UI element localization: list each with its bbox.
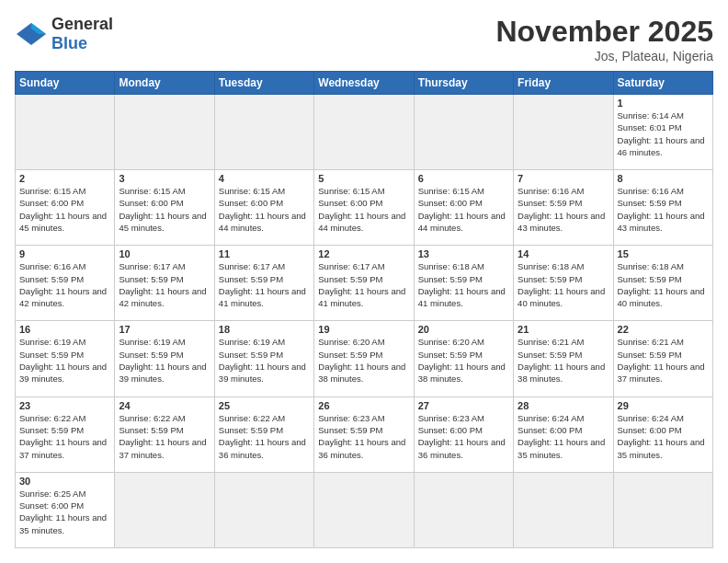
table-row: 17Sunrise: 6:19 AM Sunset: 5:59 PM Dayli… [115, 321, 214, 396]
table-row [514, 472, 613, 547]
day-info: Sunrise: 6:15 AM Sunset: 6:00 PM Dayligh… [119, 185, 210, 234]
location: Jos, Plateau, Nigeria [495, 49, 713, 63]
day-info: Sunrise: 6:16 AM Sunset: 5:59 PM Dayligh… [518, 185, 609, 234]
day-info: Sunrise: 6:15 AM Sunset: 6:00 PM Dayligh… [318, 185, 409, 234]
table-row: 7Sunrise: 6:16 AM Sunset: 5:59 PM Daylig… [514, 170, 613, 246]
page: General Blue November 2025 Jos, Plateau,… [0, 0, 728, 563]
col-saturday: Saturday [613, 72, 712, 95]
table-row [314, 95, 414, 170]
day-number: 5 [318, 173, 409, 184]
day-number: 25 [219, 400, 310, 411]
col-monday: Monday [115, 72, 214, 95]
day-number: 1 [618, 98, 709, 109]
day-number: 26 [318, 400, 409, 411]
day-number: 22 [618, 324, 709, 335]
day-info: Sunrise: 6:15 AM Sunset: 6:00 PM Dayligh… [219, 185, 310, 234]
day-info: Sunrise: 6:21 AM Sunset: 5:59 PM Dayligh… [518, 336, 609, 385]
table-row [414, 95, 513, 170]
table-row: 2Sunrise: 6:15 AM Sunset: 6:00 PM Daylig… [16, 170, 115, 246]
day-info: Sunrise: 6:20 AM Sunset: 5:59 PM Dayligh… [418, 336, 509, 385]
day-number: 4 [219, 173, 310, 184]
table-row [16, 95, 115, 170]
table-row: 30Sunrise: 6:25 AM Sunset: 6:00 PM Dayli… [16, 472, 115, 547]
table-row: 6Sunrise: 6:15 AM Sunset: 6:00 PM Daylig… [414, 170, 513, 246]
logo-text: General Blue [51, 15, 113, 53]
table-row [214, 472, 313, 547]
table-row: 8Sunrise: 6:16 AM Sunset: 5:59 PM Daylig… [613, 170, 712, 246]
calendar-header-row: Sunday Monday Tuesday Wednesday Thursday… [16, 72, 713, 95]
col-sunday: Sunday [16, 72, 115, 95]
day-info: Sunrise: 6:15 AM Sunset: 6:00 PM Dayligh… [418, 185, 509, 234]
day-number: 30 [19, 476, 110, 487]
day-number: 23 [19, 400, 110, 411]
table-row: 25Sunrise: 6:22 AM Sunset: 5:59 PM Dayli… [214, 396, 313, 472]
day-number: 11 [219, 248, 310, 259]
table-row: 19Sunrise: 6:20 AM Sunset: 5:59 PM Dayli… [314, 321, 414, 396]
day-info: Sunrise: 6:16 AM Sunset: 5:59 PM Dayligh… [19, 260, 110, 309]
table-row: 21Sunrise: 6:21 AM Sunset: 5:59 PM Dayli… [514, 321, 613, 396]
col-tuesday: Tuesday [214, 72, 313, 95]
table-row: 13Sunrise: 6:18 AM Sunset: 5:59 PM Dayli… [414, 246, 513, 321]
calendar-week-row: 30Sunrise: 6:25 AM Sunset: 6:00 PM Dayli… [16, 472, 713, 547]
day-number: 28 [518, 400, 609, 411]
day-number: 24 [119, 400, 210, 411]
day-info: Sunrise: 6:22 AM Sunset: 5:59 PM Dayligh… [119, 412, 210, 461]
calendar-table: Sunday Monday Tuesday Wednesday Thursday… [15, 71, 713, 548]
day-number: 8 [618, 173, 709, 184]
table-row: 20Sunrise: 6:20 AM Sunset: 5:59 PM Dayli… [414, 321, 513, 396]
table-row: 4Sunrise: 6:15 AM Sunset: 6:00 PM Daylig… [214, 170, 313, 246]
day-info: Sunrise: 6:14 AM Sunset: 6:01 PM Dayligh… [618, 109, 709, 158]
day-info: Sunrise: 6:18 AM Sunset: 5:59 PM Dayligh… [618, 260, 709, 309]
table-row: 27Sunrise: 6:23 AM Sunset: 6:00 PM Dayli… [414, 396, 513, 472]
day-info: Sunrise: 6:22 AM Sunset: 5:59 PM Dayligh… [19, 412, 110, 461]
header: General Blue November 2025 Jos, Plateau,… [15, 15, 713, 63]
day-info: Sunrise: 6:22 AM Sunset: 5:59 PM Dayligh… [219, 412, 310, 461]
day-number: 16 [19, 324, 110, 335]
table-row: 14Sunrise: 6:18 AM Sunset: 5:59 PM Dayli… [514, 246, 613, 321]
calendar-week-row: 2Sunrise: 6:15 AM Sunset: 6:00 PM Daylig… [16, 170, 713, 246]
table-row [214, 95, 313, 170]
day-info: Sunrise: 6:15 AM Sunset: 6:00 PM Dayligh… [19, 185, 110, 234]
table-row: 18Sunrise: 6:19 AM Sunset: 5:59 PM Dayli… [214, 321, 313, 396]
day-info: Sunrise: 6:23 AM Sunset: 5:59 PM Dayligh… [318, 412, 409, 461]
day-info: Sunrise: 6:24 AM Sunset: 6:00 PM Dayligh… [618, 412, 709, 461]
table-row: 16Sunrise: 6:19 AM Sunset: 5:59 PM Dayli… [16, 321, 115, 396]
day-info: Sunrise: 6:21 AM Sunset: 5:59 PM Dayligh… [618, 336, 709, 385]
day-number: 18 [219, 324, 310, 335]
day-number: 10 [119, 248, 210, 259]
table-row: 22Sunrise: 6:21 AM Sunset: 5:59 PM Dayli… [613, 321, 712, 396]
day-info: Sunrise: 6:25 AM Sunset: 6:00 PM Dayligh… [19, 488, 110, 536]
table-row [613, 472, 712, 547]
day-info: Sunrise: 6:24 AM Sunset: 6:00 PM Dayligh… [518, 412, 609, 461]
day-info: Sunrise: 6:17 AM Sunset: 5:59 PM Dayligh… [219, 260, 310, 309]
title-block: November 2025 Jos, Plateau, Nigeria [495, 15, 713, 63]
table-row: 26Sunrise: 6:23 AM Sunset: 5:59 PM Dayli… [314, 396, 414, 472]
calendar-week-row: 16Sunrise: 6:19 AM Sunset: 5:59 PM Dayli… [16, 321, 713, 396]
day-number: 29 [618, 400, 709, 411]
day-info: Sunrise: 6:19 AM Sunset: 5:59 PM Dayligh… [19, 336, 110, 385]
day-number: 14 [518, 248, 609, 259]
day-number: 21 [518, 324, 609, 335]
day-number: 7 [518, 173, 609, 184]
table-row: 24Sunrise: 6:22 AM Sunset: 5:59 PM Dayli… [115, 396, 214, 472]
calendar-week-row: 9Sunrise: 6:16 AM Sunset: 5:59 PM Daylig… [16, 246, 713, 321]
table-row [115, 95, 214, 170]
day-number: 15 [618, 248, 709, 259]
month-title: November 2025 [495, 15, 713, 49]
table-row: 1Sunrise: 6:14 AM Sunset: 6:01 PM Daylig… [613, 95, 712, 170]
day-number: 2 [19, 173, 110, 184]
day-info: Sunrise: 6:18 AM Sunset: 5:59 PM Dayligh… [418, 260, 509, 309]
day-info: Sunrise: 6:18 AM Sunset: 5:59 PM Dayligh… [518, 260, 609, 309]
day-info: Sunrise: 6:19 AM Sunset: 5:59 PM Dayligh… [119, 336, 210, 385]
day-number: 19 [318, 324, 409, 335]
day-number: 20 [418, 324, 509, 335]
table-row: 12Sunrise: 6:17 AM Sunset: 5:59 PM Dayli… [314, 246, 414, 321]
table-row: 9Sunrise: 6:16 AM Sunset: 5:59 PM Daylig… [16, 246, 115, 321]
table-row: 3Sunrise: 6:15 AM Sunset: 6:00 PM Daylig… [115, 170, 214, 246]
day-number: 12 [318, 248, 409, 259]
table-row: 10Sunrise: 6:17 AM Sunset: 5:59 PM Dayli… [115, 246, 214, 321]
table-row [314, 472, 414, 547]
day-number: 17 [119, 324, 210, 335]
calendar-week-row: 23Sunrise: 6:22 AM Sunset: 5:59 PM Dayli… [16, 396, 713, 472]
day-number: 3 [119, 173, 210, 184]
